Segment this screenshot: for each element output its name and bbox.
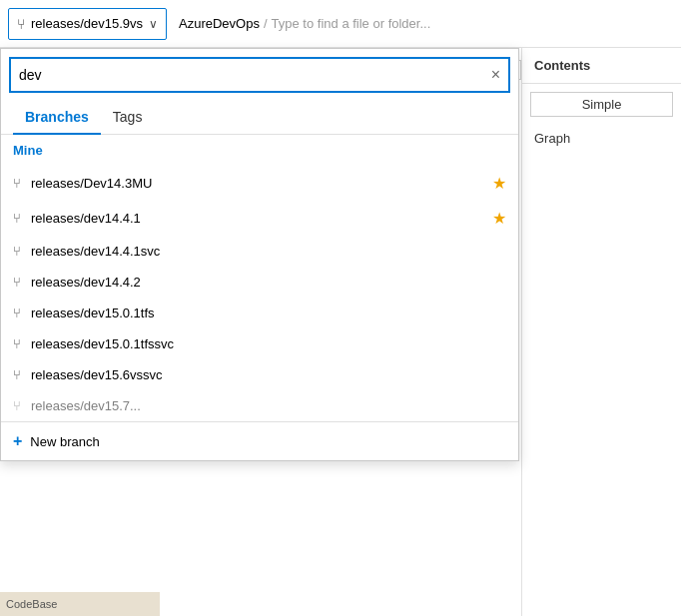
graph-label[interactable]: Graph	[522, 125, 681, 152]
simple-button[interactable]: Simple	[530, 92, 673, 117]
clear-search-button[interactable]: ×	[491, 67, 500, 83]
list-item[interactable]: ⑂ releases/dev14.4.1svc	[1, 236, 518, 267]
branch-dropdown-panel: × Branches Tags Mine ⑂ releases/Dev14.3M…	[0, 48, 519, 461]
branch-item-icon: ⑂	[13, 176, 21, 191]
branch-item-name: releases/dev15.0.1tfssvc	[31, 336, 506, 351]
branch-item-name: releases/dev15.7...	[31, 398, 506, 413]
breadcrumb: AzureDevOps / Type to find a file or fol…	[179, 16, 430, 31]
list-item[interactable]: ⑂ releases/dev15.0.1tfs	[1, 298, 518, 328]
section-mine-header: Mine	[1, 135, 518, 166]
list-item[interactable]: ⑂ releases/dev15.6vssvc	[1, 359, 518, 390]
branch-item-icon: ⑂	[13, 367, 21, 382]
folder-hint: CodeBase	[0, 592, 160, 616]
branch-item-name: releases/dev14.4.1svc	[31, 244, 506, 259]
branch-item-name: releases/dev14.4.2	[31, 275, 506, 290]
new-branch-label: New branch	[30, 434, 99, 449]
right-panel-header: Contents	[522, 48, 681, 84]
branch-tabs: Branches Tags	[1, 101, 518, 135]
tab-branches[interactable]: Branches	[13, 101, 101, 135]
branch-item-name: releases/dev15.6vssvc	[31, 367, 506, 382]
top-bar: ⑂ releases/dev15.9vs ∨ AzureDevOps / Typ…	[0, 0, 681, 48]
list-item[interactable]: ⑂ releases/dev14.4.2	[1, 267, 518, 298]
list-item[interactable]: ⑂ releases/dev14.4.1 ★	[1, 201, 518, 236]
branch-item-icon: ⑂	[13, 275, 21, 290]
chevron-down-icon: ∨	[149, 17, 158, 31]
branch-icon: ⑂	[17, 16, 25, 32]
branch-search-input[interactable]	[19, 67, 491, 83]
branch-item-icon: ⑂	[13, 398, 21, 413]
breadcrumb-search-hint[interactable]: Type to find a file or folder...	[272, 16, 431, 31]
list-item[interactable]: ⑂ releases/Dev14.3MU ★	[1, 166, 518, 201]
branch-item-name: releases/dev15.0.1tfs	[31, 306, 506, 320]
branch-label: releases/dev15.9vs	[31, 16, 143, 31]
breadcrumb-devops: AzureDevOps	[179, 16, 260, 31]
star-icon[interactable]: ★	[492, 209, 506, 228]
branch-search-box: ×	[9, 57, 510, 93]
branch-item-icon: ⑂	[13, 336, 21, 351]
folder-label: CodeBase	[6, 598, 57, 610]
right-panel: Contents Simple Graph	[521, 48, 681, 616]
new-branch-button[interactable]: + New branch	[1, 421, 518, 460]
star-icon[interactable]: ★	[492, 174, 506, 193]
branch-item-icon: ⑂	[13, 244, 21, 259]
branch-item-name: releases/Dev14.3MU	[31, 176, 482, 191]
branch-item-icon: ⑂	[13, 211, 21, 226]
list-item[interactable]: ⑂ releases/dev15.0.1tfssvc	[1, 328, 518, 359]
plus-icon: +	[13, 432, 22, 450]
list-item[interactable]: ⑂ releases/dev15.7...	[1, 390, 518, 421]
branch-item-icon: ⑂	[13, 306, 21, 320]
branch-list: ⑂ releases/Dev14.3MU ★ ⑂ releases/dev14.…	[1, 166, 518, 421]
breadcrumb-separator: /	[264, 16, 268, 31]
branch-selector[interactable]: ⑂ releases/dev15.9vs ∨	[8, 8, 167, 40]
branch-item-name: releases/dev14.4.1	[31, 211, 482, 226]
tab-tags[interactable]: Tags	[101, 101, 155, 135]
